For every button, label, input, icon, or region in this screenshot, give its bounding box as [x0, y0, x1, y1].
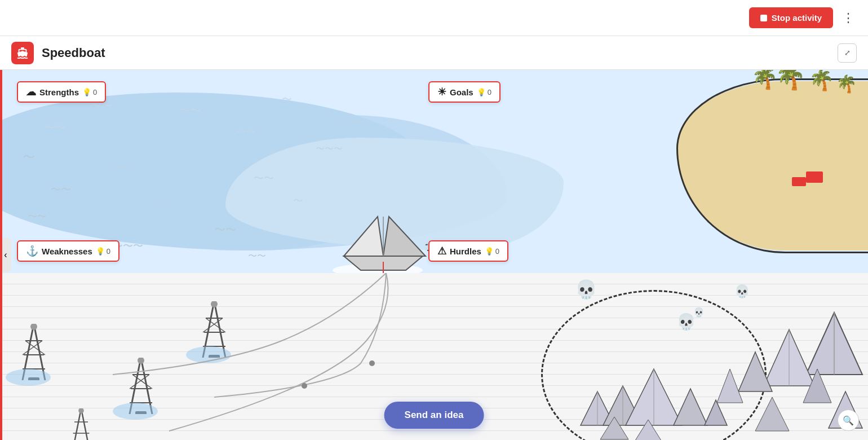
derrick-2	[124, 358, 158, 414]
wind-11: 〜	[282, 93, 292, 106]
svg-line-37	[72, 408, 81, 440]
wind-3: 〜〜	[45, 121, 65, 134]
boat-svg	[327, 205, 440, 273]
svg-line-38	[81, 408, 90, 440]
puddle-3	[186, 346, 231, 363]
weaknesses-count: 💡 0	[96, 247, 110, 256]
hurdles-icon: ⚠	[437, 245, 446, 257]
app-icon	[11, 42, 34, 64]
right-pyramids: 💀 💀	[643, 284, 868, 440]
stop-activity-button[interactable]: Stop activity	[749, 7, 833, 28]
svg-point-18	[30, 324, 37, 330]
wind-14: 〜〜〜	[316, 143, 343, 155]
wind-10: 〜〜	[237, 126, 255, 138]
goals-count: 💡 0	[477, 88, 491, 96]
stop-icon	[760, 15, 767, 21]
sand-item-1	[806, 171, 823, 183]
wind-7: 〜〜	[113, 160, 133, 174]
palm-tree-4: 🌴	[751, 70, 778, 89]
lightbulb-icon-hurdles: 💡	[485, 247, 494, 256]
svg-marker-60	[717, 369, 743, 403]
svg-point-43	[78, 408, 84, 413]
palm-tree-1: 🌴	[809, 70, 834, 90]
island: 🌴 🌴 🌴 🌴	[643, 70, 868, 250]
speedboat-icon	[16, 47, 29, 59]
right-pyramids-svg	[643, 284, 868, 440]
strengths-text: Strengths	[39, 87, 79, 97]
strengths-label[interactable]: ☁ Strengths 💡 0	[17, 81, 106, 103]
lightbulb-icon-weaknesses: 💡	[96, 247, 105, 256]
palm-tree-3: 🌴	[836, 76, 857, 93]
strengths-icon: ☁	[26, 86, 36, 98]
lightbulb-icon-strengths: 💡	[82, 88, 91, 96]
sand-item-2	[792, 177, 806, 186]
lightbulb-icon-goals: 💡	[477, 88, 486, 96]
svg-marker-61	[755, 397, 789, 431]
search-button[interactable]: 🔍	[838, 410, 859, 431]
top-bar: Stop activity ⋮	[0, 0, 868, 36]
wind-13: 〜〜	[254, 171, 274, 185]
stop-button-label: Stop activity	[772, 13, 822, 23]
header-bar: Speedboat ⤢	[0, 36, 868, 70]
island-outline	[676, 78, 868, 253]
wind-18: 〜〜	[248, 250, 266, 262]
wind-6: 〜〜	[28, 211, 46, 223]
puddle-2	[113, 403, 158, 420]
weaknesses-icon: ⚓	[26, 245, 38, 257]
palm-tree-2: 🌴	[775, 70, 806, 89]
derrick-4	[68, 408, 95, 440]
expand-icon: ⤢	[844, 49, 851, 57]
send-idea-button[interactable]: Send an idea	[384, 402, 484, 429]
derrick-1	[17, 324, 51, 380]
paper-boat	[327, 205, 440, 273]
hurdles-count: 💡 0	[485, 247, 499, 256]
goals-label[interactable]: ☀ Goals 💡 0	[428, 81, 501, 103]
goals-text: Goals	[450, 87, 473, 97]
send-idea-label: Send an idea	[405, 410, 464, 420]
svg-marker-58	[738, 352, 772, 391]
wind-8: 〜	[158, 194, 169, 209]
svg-marker-2	[344, 217, 383, 256]
svg-point-27	[138, 358, 144, 364]
weaknesses-text: Weaknesses	[42, 247, 92, 256]
weaknesses-label[interactable]: ⚓ Weaknesses 💡 0	[17, 240, 119, 262]
goals-icon: ☀	[437, 86, 446, 98]
puddle-1	[6, 369, 51, 386]
hurdles-text: Hurdles	[450, 247, 481, 256]
wind-16: 〜〜	[214, 222, 237, 237]
canvas-area: 🌴 🌴 🌴 🌴 〜 〜〜 〜〜 〜 〜〜 〜〜 〜〜 〜 〜〜 〜〜 〜 〜〜	[0, 70, 868, 440]
page-title: Speedboat	[42, 46, 105, 60]
wind-15: 〜	[293, 194, 303, 208]
wind-9: 〜〜	[180, 104, 201, 117]
svg-point-36	[211, 301, 218, 307]
search-icon: 🔍	[843, 415, 854, 426]
derrick-4-svg	[68, 408, 95, 440]
more-options-button[interactable]: ⋮	[838, 8, 859, 28]
ocean-section: 🌴 🌴 🌴 🌴 〜 〜〜 〜〜 〜 〜〜 〜〜 〜〜 〜 〜〜 〜〜 〜 〜〜	[0, 70, 868, 273]
left-accent-border	[0, 70, 2, 440]
derrick-3	[197, 301, 231, 358]
collapse-icon: ‹	[4, 250, 7, 260]
expand-button[interactable]: ⤢	[838, 43, 857, 63]
wind-5: 〜〜	[51, 183, 71, 196]
wind-12: 〜〜	[338, 115, 363, 132]
strengths-count: 💡 0	[82, 88, 97, 96]
wind-4: 〜	[23, 149, 35, 166]
hurdles-label[interactable]: ⚠ Hurdles 💡 0	[428, 240, 508, 262]
svg-marker-3	[383, 217, 426, 256]
